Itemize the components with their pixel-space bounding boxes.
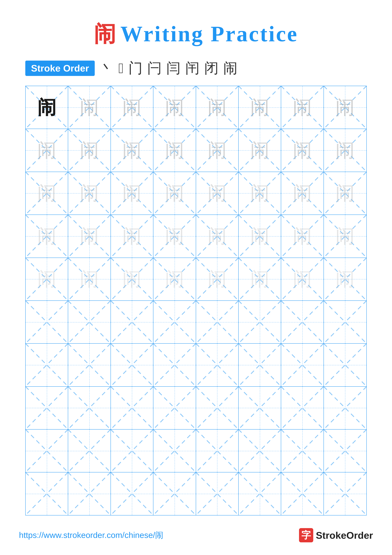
grid-cell[interactable]: 闹 [68, 258, 111, 300]
grid-cell[interactable]: 闹 [239, 129, 281, 171]
grid-cell[interactable]: 闹 [153, 172, 196, 215]
grid-cell[interactable]: 闹 [111, 129, 153, 171]
grid-cell[interactable] [153, 387, 196, 429]
grid-cell[interactable]: 闹 [68, 172, 111, 215]
grid-cell[interactable]: 闹 [324, 258, 366, 300]
grid-cell[interactable] [111, 387, 153, 429]
svg-line-139 [239, 430, 281, 472]
practice-char: 闹 [335, 270, 355, 289]
grid-cell[interactable] [196, 472, 239, 515]
grid-cell[interactable]: 闹 [239, 172, 281, 215]
grid-cell[interactable]: 闹 [26, 258, 68, 300]
svg-line-153 [196, 472, 238, 515]
grid-cell[interactable]: 闹 [196, 258, 239, 300]
grid-cell[interactable]: 闹 [196, 86, 239, 129]
grid-cell[interactable] [196, 387, 239, 429]
grid-cell[interactable]: 闹 [68, 215, 111, 257]
grid-cell[interactable] [68, 387, 111, 429]
grid-cell[interactable]: 闹 [281, 129, 324, 171]
grid-cell[interactable] [324, 472, 366, 515]
grid-cell[interactable]: 闹 [196, 129, 239, 171]
grid-cell[interactable] [281, 387, 324, 429]
grid-cell[interactable] [26, 387, 68, 429]
grid-cell[interactable]: 闹 [324, 215, 366, 257]
grid-cell[interactable]: 闹 [324, 129, 366, 171]
grid-row: 闹闹闹闹闹闹闹闹 [26, 129, 366, 172]
svg-line-147 [68, 472, 110, 515]
grid-cell[interactable]: 闹 [153, 86, 196, 129]
practice-char: 闹 [122, 98, 141, 117]
grid-cell[interactable] [68, 472, 111, 515]
grid-cell[interactable]: 闹 [26, 215, 68, 257]
grid-cell[interactable] [153, 472, 196, 515]
grid-cell[interactable]: 闹 [196, 215, 239, 257]
grid-cell[interactable] [196, 344, 239, 386]
grid-cell[interactable] [111, 301, 153, 343]
svg-line-111 [324, 344, 366, 386]
grid-cell[interactable]: 闹 [281, 86, 324, 129]
grid-cell[interactable]: 闹 [281, 172, 324, 215]
grid-cell[interactable]: 闹 [68, 129, 111, 171]
grid-cell[interactable] [281, 344, 324, 386]
grid-cell[interactable] [26, 301, 68, 343]
grid-cell[interactable]: 闹 [111, 215, 153, 257]
grid-cell[interactable]: 闹 [324, 172, 366, 215]
grid-cell[interactable]: 闹 [196, 172, 239, 215]
grid-cell[interactable]: 闹 [26, 172, 68, 215]
grid-cell[interactable]: 闹 [239, 86, 281, 129]
grid-cell[interactable] [68, 344, 111, 386]
grid-cell[interactable]: 闹 [281, 258, 324, 300]
grid-cell[interactable] [324, 301, 366, 343]
grid-cell[interactable] [281, 430, 324, 472]
grid-cell[interactable]: 闹 [153, 215, 196, 257]
svg-line-131 [68, 430, 110, 472]
grid-cell[interactable] [239, 301, 281, 343]
practice-char: 闹 [37, 98, 56, 117]
svg-line-102 [153, 344, 196, 386]
grid-cell[interactable] [68, 301, 111, 343]
grid-cell[interactable] [324, 387, 366, 429]
svg-line-154 [239, 472, 281, 515]
svg-line-105 [196, 344, 238, 386]
grid-cell[interactable] [26, 430, 68, 472]
grid-cell[interactable] [153, 430, 196, 472]
grid-cell[interactable] [324, 344, 366, 386]
grid-cell[interactable]: 闹 [111, 258, 153, 300]
grid-cell[interactable]: 闹 [239, 215, 281, 257]
grid-row [26, 430, 366, 472]
grid-cell[interactable] [26, 344, 68, 386]
grid-cell[interactable] [153, 344, 196, 386]
grid-cell[interactable] [239, 344, 281, 386]
grid-cell[interactable]: 闹 [26, 129, 68, 171]
grid-cell[interactable]: 闹 [68, 86, 111, 129]
grid-cell[interactable]: 闹 [239, 258, 281, 300]
grid-cell[interactable] [281, 301, 324, 343]
grid-cell[interactable] [324, 430, 366, 472]
svg-line-118 [153, 387, 196, 429]
grid-cell[interactable]: 闹 [153, 258, 196, 300]
grid-cell[interactable] [196, 301, 239, 343]
grid-cell[interactable]: 闹 [324, 86, 366, 129]
grid-cell[interactable]: 闹 [153, 129, 196, 171]
grid-cell[interactable] [111, 344, 153, 386]
svg-line-126 [324, 387, 366, 429]
grid-cell[interactable] [68, 430, 111, 472]
grid-cell[interactable] [239, 430, 281, 472]
grid-cell[interactable] [26, 472, 68, 515]
grid-cell[interactable] [239, 472, 281, 515]
grid-cell[interactable]: 闹 [111, 172, 153, 215]
svg-line-128 [26, 430, 68, 472]
grid-cell[interactable]: 闹 [111, 86, 153, 129]
stroke-2: 𠃌 [118, 60, 125, 76]
grid-cell[interactable] [196, 430, 239, 472]
practice-char: 闹 [37, 227, 56, 246]
grid-cell[interactable]: 闹 [26, 86, 68, 129]
grid-cell[interactable]: 闹 [281, 215, 324, 257]
svg-line-87 [153, 301, 196, 343]
practice-char: 闹 [250, 141, 269, 160]
grid-cell[interactable] [239, 387, 281, 429]
grid-cell[interactable] [111, 430, 153, 472]
grid-cell[interactable] [111, 472, 153, 515]
grid-cell[interactable] [153, 301, 196, 343]
grid-cell[interactable] [281, 472, 324, 515]
